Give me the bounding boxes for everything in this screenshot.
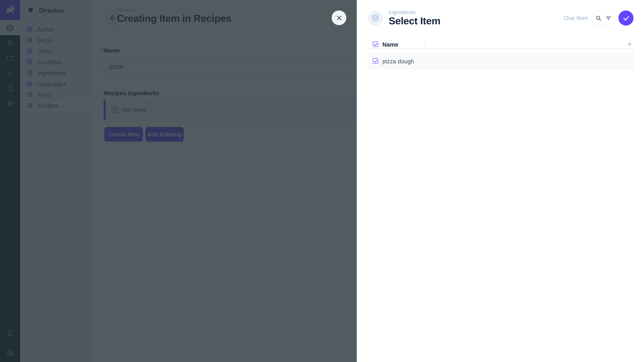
search-filter-pill <box>591 11 616 25</box>
modal-overlay[interactable] <box>0 0 357 362</box>
database-icon <box>371 13 380 22</box>
column-resize-divider[interactable] <box>425 40 426 50</box>
row-name-cell: pizza dough <box>382 58 414 64</box>
drawer-collection-label: Ingredients <box>389 9 440 15</box>
close-button[interactable] <box>332 10 346 25</box>
drawer-title: Select Item <box>389 15 440 26</box>
table-header: Name <box>368 40 634 50</box>
collection-badge <box>368 10 383 25</box>
drawer-actions: One Item <box>564 10 634 26</box>
selection-status: One Item <box>564 15 588 21</box>
table-row[interactable]: pizza dough <box>368 52 634 70</box>
name-column-header[interactable]: Name <box>382 41 398 48</box>
close-icon <box>335 14 343 22</box>
check-icon <box>622 14 630 22</box>
search-icon[interactable] <box>595 14 602 22</box>
add-column-icon[interactable] <box>626 41 633 47</box>
drawer-header: Ingredients Select Item <box>368 9 440 26</box>
select-all-checkbox[interactable] <box>373 41 378 47</box>
confirm-selection-button[interactable] <box>618 10 634 26</box>
row-checkbox[interactable] <box>373 58 378 64</box>
select-item-drawer: Ingredients Select Item One Item Name <box>357 0 644 362</box>
app-window: Directus Author Blogs Cities Countries I… <box>0 0 644 362</box>
items-table: Name pizza dough <box>368 40 634 70</box>
filter-icon[interactable] <box>605 14 612 22</box>
